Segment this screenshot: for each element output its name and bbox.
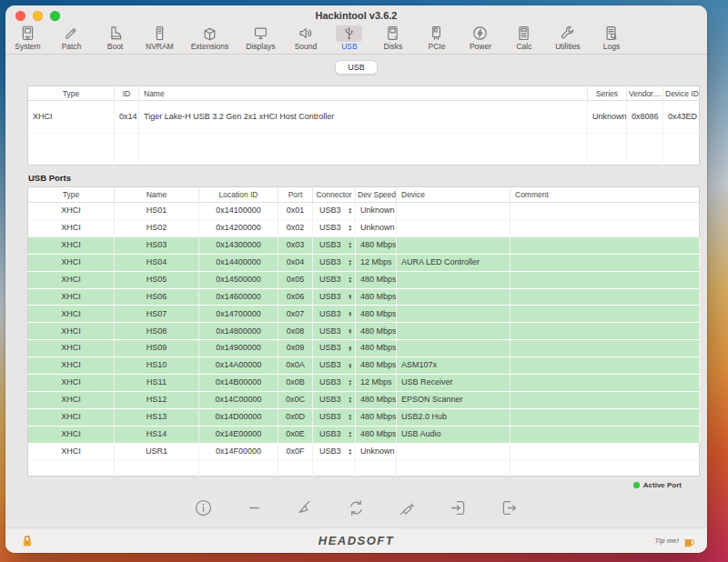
connector-select[interactable]: USB3▲▼ [313,377,355,388]
port-cell: 0x08 [278,323,313,340]
connector-select[interactable]: USB3▲▼ [313,275,355,286]
zoom-button[interactable] [50,11,60,21]
minimize-button[interactable] [33,11,43,21]
port-cell [397,271,511,288]
connector-select[interactable]: USB3▲▼ [313,360,355,371]
port-row[interactable]: XHCIUSR10x14F000000x0FUSB3▲▼Unknown [28,443,700,460]
connector-cell: USB3▲▼ [313,443,356,460]
toolbar-item-patch[interactable]: Patch [58,25,85,51]
column-header[interactable]: ID [115,86,139,101]
port-cell: 480 Mbps [356,408,397,426]
tip-label[interactable]: Tip me! [654,537,679,545]
column-header[interactable]: Port [278,187,313,203]
connector-select[interactable]: USB3▲▼ [313,240,355,251]
connector-select[interactable]: USB3▲▼ [313,395,355,406]
port-cell: XHCI [28,219,115,236]
toolbar-item-boot[interactable]: Boot [102,25,128,51]
port-cell: 0x14900000 [199,340,278,357]
port-row[interactable]: XHCIHS030x143000000x03USB3▲▼480 Mbps [28,236,700,254]
column-header[interactable]: Name [115,187,199,203]
connector-value: USB3 [319,240,341,251]
port-cell [397,288,511,306]
toolbar-item-sound[interactable]: Sound [292,25,318,51]
connector-select[interactable]: USB3▲▼ [313,223,355,234]
connector-select[interactable]: USB3▲▼ [313,257,355,268]
port-row[interactable]: XHCIHS110x14B000000x0BUSB3▲▼12 MbpsUSB R… [28,375,700,392]
port-cell: 12 Mbps [356,375,397,392]
inject-button[interactable] [397,497,419,518]
port-cell: XHCI [28,203,115,220]
toolbar-item-pcie[interactable]: PCIe [423,25,450,51]
column-header[interactable]: Location ID [199,187,278,203]
toolbar-item-power[interactable]: Power [467,25,493,51]
toolbar-item-logs[interactable]: Logs [598,25,624,51]
port-row[interactable]: XHCIHS130x14D000000x0DUSB3▲▼480 MbpsUSB2… [28,408,700,426]
column-header[interactable]: Type [28,187,115,203]
close-button[interactable] [15,11,25,21]
connector-stepper-icon: ▲▼ [349,242,352,248]
connector-select[interactable]: USB3▲▼ [313,292,355,303]
connector-select[interactable]: USB3▲▼ [313,309,355,320]
column-header[interactable]: Vendor… [627,86,663,101]
port-cell: 480 Mbps [356,306,397,323]
utilities-icon [554,25,581,42]
tab-usb[interactable]: USB [335,60,378,75]
column-header[interactable]: Name [139,86,588,101]
connector-select[interactable]: USB3▲▼ [313,447,355,457]
title-bar: Hackintool v3.6.2 [5,5,707,25]
connector-stepper-icon: ▲▼ [349,328,352,335]
controller-cell: Unknown [588,101,627,134]
export-button[interactable] [499,497,521,518]
column-header[interactable]: Type [28,86,115,101]
port-row[interactable]: XHCIHS060x146000000x06USB3▲▼480 Mbps [28,288,700,306]
extensions-icon [197,25,223,42]
toolbar-item-extensions[interactable]: Extensions [191,25,229,51]
port-cell: AURA LED Controller [397,254,511,271]
connector-select[interactable]: USB3▲▼ [313,343,355,354]
column-header[interactable]: Device [397,187,511,203]
toolbar-item-utilities[interactable]: Utilities [554,25,581,51]
clean-button[interactable] [295,497,317,518]
port-cell [397,236,511,254]
column-header[interactable]: Device ID [663,86,700,101]
port-cell [397,340,511,357]
port-row[interactable]: XHCIHS010x141000000x01USB3▲▼Unknown [28,203,700,220]
sound-icon [292,25,318,42]
info-button[interactable] [193,497,215,518]
connector-select[interactable]: USB3▲▼ [313,412,355,423]
toolbar-item-displays[interactable]: Displays [246,25,275,51]
toolbar-item-nvram[interactable]: NVRAM [146,25,174,51]
toolbar-item-disks[interactable]: Disks [379,25,406,51]
controller-row[interactable]: XHCI0x14Tiger Lake-H USB 3.2 Gen 2x1 xHC… [28,101,700,134]
connector-select[interactable]: USB3▲▼ [313,326,355,337]
controllers-table: TypeIDNameSeriesVendor…Device ID XHCI0x1… [27,85,700,166]
connector-value: USB3 [319,292,341,303]
port-row[interactable]: XHCIHS080x148000000x08USB3▲▼480 Mbps [28,323,700,340]
port-cell: 0x14800000 [199,323,278,340]
port-row[interactable]: XHCIHS020x142000000x02USB3▲▼Unknown [28,219,700,236]
port-row[interactable]: XHCIHS100x14A000000x0AUSB3▲▼480 MbpsASM1… [28,357,700,375]
toolbar-item-label: Utilities [555,42,580,51]
port-row[interactable]: XHCIHS070x147000000x07USB3▲▼480 Mbps [28,306,700,323]
port-row[interactable]: XHCIHS050x145000000x05USB3▲▼480 Mbps [28,271,700,288]
toolbar-item-calc[interactable]: Calc [511,25,537,51]
port-row[interactable]: XHCIHS040x144000000x04USB3▲▼12 MbpsAURA … [28,254,700,271]
connector-cell: USB3▲▼ [313,323,356,340]
import-button[interactable] [448,497,470,518]
column-header[interactable]: Connector [313,187,356,203]
column-header[interactable]: Series [588,86,627,101]
beer-icon[interactable] [683,535,694,547]
port-cell: 0x05 [278,271,313,288]
refresh-button[interactable] [346,497,368,518]
column-header[interactable]: Comment [511,187,700,203]
connector-select[interactable]: USB3▲▼ [313,429,355,440]
port-row[interactable]: XHCIHS090x149000000x09USB3▲▼480 Mbps [28,340,700,357]
tip-jar[interactable]: Tip me! [654,535,694,547]
port-row[interactable]: XHCIHS120x14C000000x0CUSB3▲▼480 MbpsEPSO… [28,391,700,408]
toolbar-item-usb[interactable]: USB [336,25,362,51]
toolbar-item-system[interactable]: System [15,25,41,51]
remove-button[interactable] [244,497,266,518]
column-header[interactable]: Dev Speed [356,187,397,203]
port-row[interactable]: XHCIHS140x14E000000x0EUSB3▲▼480 MbpsUSB … [28,426,700,443]
connector-select[interactable]: USB3▲▼ [313,206,355,216]
